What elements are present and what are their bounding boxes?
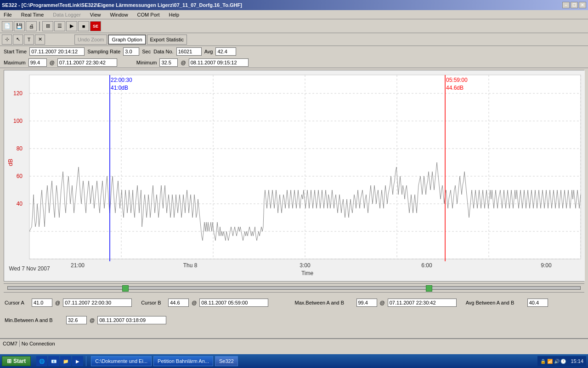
cursor-info-area: Cursor A @ Cursor B @ Max.Between A and …: [0, 293, 588, 339]
taskbar-item-label: Se322: [219, 358, 234, 364]
menu-item-datalogger[interactable]: Data Logger: [51, 11, 83, 18]
status-separator: [19, 340, 20, 347]
min-between-value[interactable]: [66, 316, 87, 324]
scrollbar-area: [4, 283, 584, 293]
svg-text:80: 80: [17, 145, 23, 152]
menu-item-comport[interactable]: COM Port: [136, 11, 162, 18]
data-no-input[interactable]: [176, 47, 202, 56]
window-title: SE322 - [C:\Programme\TestLink\SE322\Eig…: [2, 2, 242, 8]
title-bar: SE322 - [C:\Programme\TestLink\SE322\Eig…: [0, 0, 588, 10]
tb-btn-play[interactable]: ▶: [66, 21, 77, 31]
maximum-value-input[interactable]: [28, 58, 47, 67]
avg-between-label: Avg Between A and B: [466, 300, 526, 305]
minimum-value-input[interactable]: [159, 58, 178, 67]
avg-input[interactable]: [215, 47, 236, 56]
svg-text:60: 60: [17, 173, 23, 179]
tb-btn-stop[interactable]: ■: [78, 21, 89, 31]
taskbar-item-se322[interactable]: Se322: [215, 356, 238, 366]
text-tool[interactable]: T: [24, 34, 34, 45]
connection-status: No Connection: [22, 341, 55, 346]
x-label-time: Time: [301, 270, 314, 276]
info-row-2: Maximum @ Minimum @: [0, 57, 588, 68]
menu-item-realtime[interactable]: Real Time: [19, 11, 46, 18]
scroll-thumb-b[interactable]: [426, 285, 432, 292]
cursor-a-db-label: 41:0dB: [111, 85, 128, 91]
minimum-datetime-input[interactable]: [189, 58, 249, 67]
min-between-label: Min.Between A and B: [5, 317, 64, 323]
minimum-label: Minimum: [136, 60, 157, 65]
min-between-at-label: @: [90, 317, 95, 323]
tb-btn-grid[interactable]: ⊞: [42, 21, 53, 31]
cursor-b-at-label: @: [192, 300, 197, 305]
menu-bar: File Real Time Data Logger View Window C…: [0, 10, 588, 19]
maximum-datetime-input[interactable]: [57, 58, 117, 67]
cursor-b-db-label: 44.6dB: [446, 85, 464, 91]
cross-tool[interactable]: ✕: [35, 34, 45, 45]
sampling-rate-input[interactable]: [123, 47, 139, 56]
cursor-a-label: Cursor A: [5, 300, 30, 305]
tb-btn-list[interactable]: ☰: [54, 21, 65, 31]
x-label-date: Wed 7 Nov 2007: [9, 265, 50, 272]
cursor-b-value[interactable]: [168, 299, 189, 307]
new-button[interactable]: 📄: [2, 21, 13, 31]
taskbar-item-label: Petition Bahnlärm An...: [158, 358, 209, 364]
tb-btn-logo[interactable]: SE: [90, 21, 101, 31]
cursor-b-label: Cursor B: [141, 300, 166, 305]
graph-option-button[interactable]: Graph Option: [108, 34, 146, 45]
taskbar: ⊞ Start 🌐 📧 📁 ▶ C:\Dokumente und Ei... P…: [0, 354, 588, 368]
menu-item-window[interactable]: Window: [108, 11, 130, 18]
avg-between-row: Avg Between A and B: [466, 299, 548, 307]
status-bar: COM7 No Connection: [0, 339, 588, 348]
title-controls: – ☐ ✕: [562, 2, 586, 8]
menu-item-help[interactable]: Help: [167, 11, 181, 18]
chart-svg[interactable]: 120 100 80 60 40 dB 22:00:30 41:0dB 05:5…: [4, 70, 585, 281]
max-between-value[interactable]: [356, 299, 377, 307]
max-between-label: Max.Between A and B: [295, 300, 355, 305]
cursor-tool[interactable]: ⊹: [2, 34, 12, 45]
start-time-label: Start Time: [4, 49, 27, 54]
maximum-label: Maximum: [4, 60, 26, 65]
info-row-1: Start Time Sampling Rate Sec Data No. Av…: [0, 46, 588, 57]
minimize-button[interactable]: –: [562, 2, 570, 8]
quicklaunch-ie[interactable]: 🌐: [36, 356, 47, 366]
min-between-datetime[interactable]: [97, 316, 166, 324]
arrow-tool[interactable]: ↖: [13, 34, 23, 45]
maximize-button[interactable]: ☐: [571, 2, 578, 8]
max-between-row: Max.Between A and B @: [295, 299, 457, 307]
scrollbar-track[interactable]: [7, 286, 581, 290]
menu-item-view[interactable]: View: [88, 11, 103, 18]
taskbar-item-dokumente[interactable]: C:\Dokumente und Ei...: [91, 356, 152, 366]
chart-container: 120 100 80 60 40 dB 22:00:30 41:0dB 05:5…: [4, 70, 584, 282]
scroll-thumb-a[interactable]: [122, 285, 129, 292]
secondary-toolbar: ⊹ ↖ T ✕ Undo Zoom Graph Option Export St…: [0, 33, 588, 46]
main-toolbar: 📄 💾 🖨 ⊞ ☰ ▶ ■ SE: [0, 19, 588, 33]
x-tick-300: 3:00: [300, 262, 311, 269]
start-icon: ⊞: [7, 358, 11, 364]
start-button[interactable]: ⊞ Start: [2, 356, 31, 366]
print-button[interactable]: 🖨: [26, 21, 37, 31]
max-between-datetime[interactable]: [388, 299, 457, 307]
cursor-a-time-label: 22:00:30: [111, 77, 132, 83]
quicklaunch-media[interactable]: ▶: [72, 356, 83, 366]
start-time-input[interactable]: [29, 47, 85, 56]
min-between-row: Min.Between A and B @: [5, 316, 166, 324]
quicklaunch-folder[interactable]: 📁: [60, 356, 71, 366]
export-statistic-button[interactable]: Export Statistic: [147, 34, 187, 45]
svg-text:100: 100: [13, 118, 23, 124]
close-button[interactable]: ✕: [579, 2, 586, 8]
cursor-a-datetime[interactable]: [63, 299, 132, 307]
start-label: Start: [13, 358, 26, 364]
svg-text:40: 40: [17, 201, 23, 207]
sys-tray: 🔒 📶 🔊 🕐 15:14: [537, 356, 586, 366]
save-button[interactable]: 💾: [14, 21, 25, 31]
toolbar-separator-1: [39, 22, 40, 31]
sampling-rate-unit: Sec: [142, 49, 151, 54]
svg-text:120: 120: [13, 90, 23, 97]
avg-between-value[interactable]: [527, 299, 548, 307]
cursor-a-value[interactable]: [32, 299, 52, 307]
undo-zoom-button[interactable]: Undo Zoom: [74, 34, 107, 45]
menu-item-file[interactable]: File: [2, 11, 14, 18]
taskbar-item-petition[interactable]: Petition Bahnlärm An...: [153, 356, 213, 366]
cursor-b-datetime[interactable]: [199, 299, 268, 307]
quicklaunch-email[interactable]: 📧: [48, 356, 59, 366]
